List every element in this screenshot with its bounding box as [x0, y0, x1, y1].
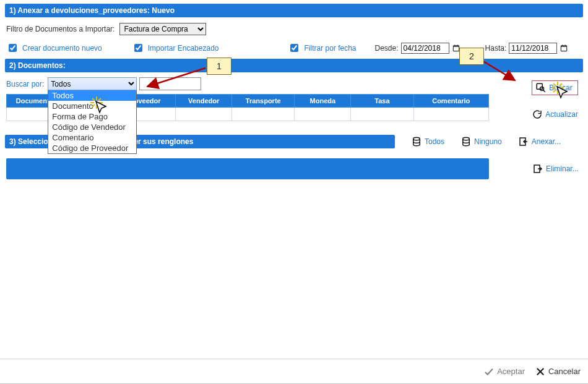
search-option-forma-pago[interactable]: Forma de Pago: [48, 111, 136, 122]
search-input[interactable]: [139, 77, 201, 90]
col-moneda[interactable]: Moneda: [295, 95, 351, 108]
import-icon: [518, 136, 529, 147]
check-icon: [483, 366, 495, 377]
search-option-todos[interactable]: Todos: [48, 90, 136, 101]
filtrar-fecha-label[interactable]: Filtrar por fecha: [304, 44, 356, 53]
col-tasa[interactable]: Tasa: [351, 95, 413, 108]
section1-header: 1) Anexar a devoluciones_proveedores: Nu…: [5, 4, 583, 17]
section2-title: 2) Documentos:: [9, 61, 66, 70]
crear-nuevo-checkbox[interactable]: [9, 44, 17, 52]
filter-row: Filtro de Documentos a Importar: Factura…: [5, 20, 583, 41]
search-select[interactable]: Todos: [48, 77, 137, 90]
cancelar-button[interactable]: Cancelar: [535, 366, 581, 377]
refresh-icon: [532, 109, 543, 120]
filtrar-fecha-checkbox[interactable]: [290, 44, 298, 52]
svg-rect-0: [537, 83, 543, 89]
eliminar-label: Eliminar...: [546, 164, 579, 173]
desde-input[interactable]: [401, 43, 449, 54]
section2-header: 2) Documentos:: [5, 59, 583, 72]
importar-encabezado-label[interactable]: Importar Encabezado: [148, 44, 219, 53]
svg-point-3: [413, 137, 420, 140]
filter-select[interactable]: Factura de Compra: [119, 23, 206, 35]
export-icon: [532, 163, 543, 174]
hasta-label: Hasta:: [485, 44, 507, 53]
renglones-panel: [6, 158, 489, 179]
col-transporte[interactable]: Transporte: [232, 95, 295, 108]
calendar-icon[interactable]: [560, 44, 568, 53]
ninguno-label: Ninguno: [474, 137, 502, 146]
close-icon: [535, 366, 546, 377]
dialog-footer: Aceptar Cancelar: [0, 359, 588, 383]
eliminar-button[interactable]: Eliminar...: [532, 163, 579, 174]
desde-label: Desde:: [375, 44, 399, 53]
cancelar-label: Cancelar: [548, 367, 581, 376]
anexar-button[interactable]: Anexar...: [518, 136, 561, 147]
search-row: Buscar por: Todos Todos Documento Forma …: [5, 75, 583, 94]
col-vendedor[interactable]: Vendedor: [176, 95, 232, 108]
actualizar-button[interactable]: Actualizar: [532, 109, 578, 120]
side-actions: Buscar Actualizar: [532, 80, 578, 134]
search-option-comentario[interactable]: Comentario: [48, 132, 136, 143]
search-label: Buscar por:: [6, 80, 44, 88]
crear-nuevo-label[interactable]: Crear documento nuevo: [22, 44, 102, 53]
search-icon: [535, 82, 547, 93]
search-dropdown: Todos Documento Forma de Pago Código de …: [48, 90, 137, 154]
todos-button[interactable]: Todos: [411, 136, 444, 147]
calendar-icon[interactable]: [452, 44, 460, 53]
todos-label: Todos: [425, 137, 444, 146]
anexar-label: Anexar...: [532, 137, 561, 146]
buscar-label: Buscar: [549, 83, 572, 92]
col-comentario[interactable]: Comentario: [413, 95, 488, 108]
hasta-input[interactable]: [509, 43, 557, 54]
db-icon: [411, 136, 422, 147]
filter-label: Filtro de Documentos a Importar:: [6, 25, 115, 33]
ninguno-button[interactable]: Ninguno: [460, 136, 502, 147]
aceptar-button[interactable]: Aceptar: [483, 366, 525, 377]
svg-line-2: [543, 90, 545, 92]
db-icon: [460, 136, 472, 147]
svg-point-4: [463, 137, 470, 140]
buscar-button[interactable]: Buscar: [532, 80, 578, 95]
importar-encabezado-checkbox[interactable]: [134, 44, 142, 52]
section1-title: 1) Anexar a devoluciones_proveedores: Nu…: [9, 6, 175, 15]
search-option-documento[interactable]: Documento: [48, 101, 136, 111]
search-option-codigo-vendedor[interactable]: Código de Vendedor: [48, 122, 136, 132]
actualizar-label: Actualizar: [545, 110, 578, 119]
aceptar-label: Aceptar: [497, 367, 525, 376]
options-row: Crear documento nuevo Importar Encabezad…: [5, 41, 583, 59]
search-option-codigo-proveedor[interactable]: Código de Proveedor: [48, 143, 136, 153]
